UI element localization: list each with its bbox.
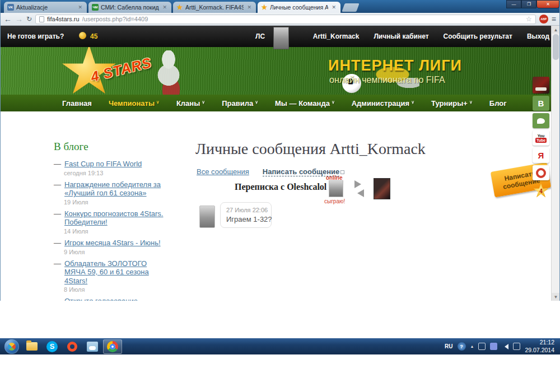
football-boot-icon[interactable] [533, 77, 549, 94]
scroll-down-arrow[interactable]: ▼ [552, 293, 559, 301]
conversation-title: Переписка с Oleshcalol [235, 182, 326, 192]
taskbar-chrome-button[interactable] [103, 339, 122, 354]
reload-button[interactable]: ↻ [26, 15, 32, 23]
dash-bullet: — [54, 259, 61, 286]
minimize-button[interactable]: — [506, 0, 521, 8]
nav-item[interactable]: Администрация ∨ [352, 99, 414, 108]
address-bar[interactable]: fifa4stars.ru /userposts.php?id=4409 ☆ [35, 15, 536, 24]
network-icon[interactable] [513, 343, 520, 350]
nav-item[interactable]: Мы — Команда ∨ [275, 99, 335, 108]
bookmark-star-icon[interactable]: ☆ [526, 15, 532, 23]
skype-icon: S [46, 341, 58, 352]
tab-close-icon[interactable]: ✕ [77, 4, 83, 10]
dash-bullet: — [54, 297, 61, 301]
blog-post-link[interactable]: Игрок месяца 4Stars - Июнь! [64, 239, 161, 248]
nav-item[interactable]: Турниры+ ∨ [431, 99, 473, 108]
volume-icon[interactable] [502, 344, 508, 349]
weather-gadget-icon [87, 342, 98, 352]
nav-item[interactable]: Блог [489, 99, 507, 108]
browser-menu-icon[interactable]: ≡ [552, 15, 556, 24]
blog-post-date: 14 Июля [64, 228, 166, 235]
own-avatar[interactable] [374, 178, 390, 199]
message-text: Играем 1-32? [226, 215, 265, 223]
browser-tab[interactable]: ЧМ СМИ: Сабелла покидает ✕ [88, 2, 171, 13]
life-ring-icon[interactable] [533, 165, 549, 180]
star-badge-icon[interactable]: 4 [533, 183, 549, 199]
taskbar-origin-button[interactable] [63, 339, 82, 354]
blog-post-date: сегодня 19:13 [64, 170, 166, 176]
tab-title: Aktualizacje [16, 4, 74, 11]
close-button[interactable]: ✕ [536, 0, 559, 8]
vk-icon[interactable]: B [533, 96, 549, 111]
tab-close-icon[interactable]: ✕ [246, 4, 253, 10]
start-button[interactable] [4, 339, 19, 354]
message-bubble: 27 Июля 22:06 Играем 1-32? [220, 202, 272, 228]
play-status-label[interactable]: Не готов играть? [7, 32, 64, 40]
nav-item[interactable]: Чемпионаты ∨ [109, 99, 160, 108]
user-avatar[interactable] [273, 27, 289, 49]
explorer-icon [26, 342, 38, 351]
blog-post-link[interactable]: Обладатель ЗОЛОТОГО МЯЧА 59, 60 и 61 сез… [64, 259, 166, 286]
site-banner: 4 STARS ИНТЕРНЕТ ЛИГИ онлайн чемпионата … [1, 47, 559, 95]
hidden-icons-arrow[interactable]: ▲ [470, 344, 474, 348]
blog-post-link[interactable]: Конкурс прогнозистов 4Stars. Победители! [64, 209, 166, 227]
blog-post-link[interactable]: Fast Cup по FIFA World [64, 160, 142, 169]
browser-tab[interactable]: ★ Artti_Kormack. FIFA4Stars ✕ [173, 2, 256, 13]
topbar-menu-item[interactable]: Личный кабинет [374, 32, 428, 40]
nav-item[interactable]: Кланы ∨ [176, 99, 205, 108]
scrollbar-thumb[interactable] [553, 34, 559, 60]
browser-tab[interactable]: VK Aktualizacje ✕ [4, 2, 87, 13]
restore-button[interactable]: ❐ [521, 0, 536, 8]
page-scrollbar[interactable]: ▲ ▼ [551, 26, 559, 301]
adblock-icon[interactable]: ABP [539, 15, 548, 24]
arrow-left-icon [353, 189, 364, 197]
browser-window: VK Aktualizacje ✕ ЧМ СМИ: Сабелла покида… [0, 0, 560, 301]
play-status-link[interactable]: сыграю! [324, 198, 345, 204]
yandex-icon[interactable]: Я [533, 148, 549, 163]
blog-post-link[interactable]: Награждение победителя за «Лучший гол 61… [64, 180, 166, 198]
youtube-icon[interactable]: You Tube [533, 130, 549, 146]
app-tray-icon[interactable] [490, 343, 497, 350]
tab-favicon: ЧМ [92, 4, 99, 11]
page-viewport: Не готов играть? 45 ЛС Artti_Kormack Лич… [1, 26, 559, 301]
tab-close-icon[interactable]: ✕ [330, 4, 337, 10]
taskbar-skype-button[interactable]: S [43, 339, 62, 354]
clock-time: 21:12 [525, 339, 554, 346]
desktop: VK Aktualizacje ✕ ЧМ СМИ: Сабелла покида… [0, 0, 560, 392]
dash-bullet: — [54, 239, 61, 248]
coin-icon [79, 32, 86, 39]
forward-button[interactable]: → [15, 15, 23, 23]
browser-tab[interactable]: ★ Личные сообщения Artti ✕ [258, 2, 340, 13]
nav-item-label: Блог [489, 99, 507, 108]
tab-close-icon[interactable]: ✕ [161, 4, 168, 10]
nav-item[interactable]: Правила ∨ [222, 99, 258, 108]
all-messages-link[interactable]: Все сообщения [197, 167, 249, 176]
back-button[interactable]: ← [4, 15, 12, 23]
blog-post-link[interactable]: Открыто голосование - «Лучший гол 61 сез… [64, 297, 166, 301]
browser-toolbar: ← → ↻ fifa4stars.ru /userposts.php?id=44… [1, 13, 559, 26]
battery-icon[interactable] [478, 343, 486, 350]
nav-item[interactable]: Главная [62, 99, 92, 108]
blog-post-item: — Обладатель ЗОЛОТОГО МЯЧА 59, 60 и 61 с… [54, 259, 166, 293]
tab-title: Личные сообщения Artti [270, 4, 328, 11]
language-indicator[interactable]: RU [445, 343, 452, 349]
browser-titlebar: VK Aktualizacje ✕ ЧМ СМИ: Сабелла покида… [1, 0, 559, 13]
taskbar-clock[interactable]: 21:12 29.07.2014 [525, 339, 554, 353]
banner-players-photo [143, 50, 194, 95]
taskbar-gadget-button[interactable] [83, 339, 102, 354]
nav-item-label: Кланы [176, 99, 200, 108]
topbar-menu-item[interactable]: Artti_Kormack [313, 32, 360, 40]
message-sender-avatar[interactable] [199, 206, 215, 228]
twitter-icon[interactable] [533, 113, 549, 128]
topbar-menu-item[interactable]: Сообщить результат [444, 32, 512, 40]
message-timestamp: 27 Июля 22:06 [226, 207, 265, 213]
partner-avatar[interactable] [329, 180, 343, 197]
dash-bullet: — [54, 209, 61, 227]
new-tab-button[interactable] [342, 3, 359, 12]
taskbar-explorer-button[interactable] [22, 339, 41, 354]
private-messages-link[interactable]: ЛС [255, 32, 265, 40]
tray-help-icon[interactable]: ? [458, 342, 466, 351]
page-content: В блоге — Fast Cup по FIFA World сегодня… [1, 111, 559, 301]
scroll-up-arrow[interactable]: ▲ [552, 26, 559, 34]
topbar-menu-item[interactable]: Выход [527, 32, 549, 40]
